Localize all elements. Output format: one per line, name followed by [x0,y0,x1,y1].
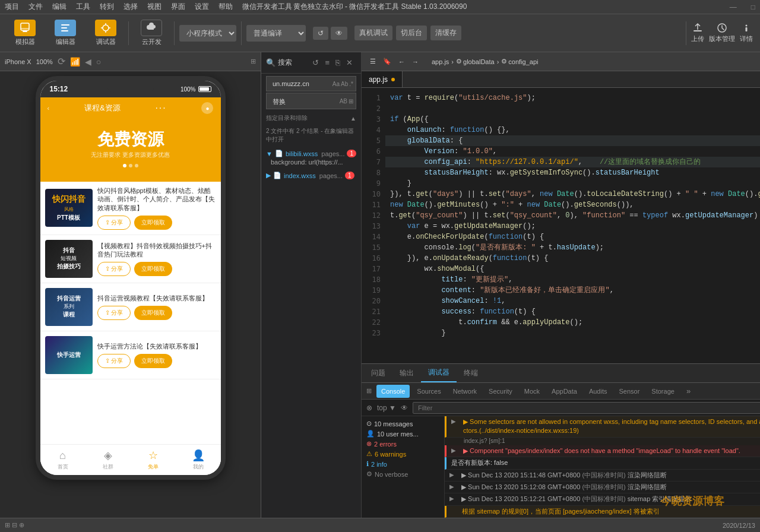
subtab-sources[interactable]: Sources [412,385,445,398]
subtab-console[interactable]: Console [376,385,410,398]
cat-errors[interactable]: ⊗ 2 errors [362,439,444,449]
share-btn-3[interactable]: ⇪ 分享 [97,306,131,320]
claim-btn-1[interactable]: 立即领取 [134,216,172,230]
replace-input[interactable] [269,96,338,107]
resource-info-3: 抖音运营视频教程【失效请联系客服】 ⇪ 分享 立即领取 [97,294,216,320]
line-23: } [385,328,760,338]
rotate-icon[interactable]: ⟳ [58,56,65,67]
window-minimize[interactable]: — [730,3,737,11]
subtab-appdata[interactable]: AppData [547,385,582,398]
expand-5[interactable]: ▶ [449,483,454,491]
menu-select[interactable]: 选择 [124,2,138,12]
home-icon[interactable]: ○ [96,57,101,66]
clear-cache-btn[interactable]: 清缓存 [430,26,461,40]
cloud-btn[interactable]: 云开发 [134,17,169,49]
nav-back-icon[interactable]: ← [397,57,406,66]
menu-help[interactable]: 帮助 [218,2,233,12]
real-device-btn[interactable]: 真机调试 [354,26,392,40]
hero-dots [123,164,138,167]
menu-edit[interactable]: 编辑 [52,2,66,12]
toggle-sidebar-icon[interactable]: ☰ [369,56,377,66]
line-2 [385,103,760,114]
tab-terminal[interactable]: 终端 [457,364,485,382]
subtab-more[interactable]: » [682,385,695,398]
claim-btn-2[interactable]: 立即领取 [134,262,172,276]
cut-log-btn[interactable]: 切后台 [396,26,427,40]
dir-label[interactable]: 指定目录和排除 ▲ [266,114,356,122]
menu-tools[interactable]: 工具 [76,2,90,12]
tab-debugger[interactable]: 调试器 [421,364,457,382]
code-scroll[interactable]: 12345 678910 1112131415 1617181920 21222… [362,88,760,363]
copy-icon[interactable]: ⎘ [334,57,341,68]
detail-btn[interactable]: 详情 [740,23,753,43]
tab-appjs[interactable]: app.js [362,71,403,87]
console-clear-icon[interactable]: ⊗ [366,404,372,412]
menu-view[interactable]: 视图 [147,2,162,12]
expand-6[interactable]: ▶ [449,495,454,503]
tab-problems[interactable]: 问题 [364,364,392,382]
nav-forward-icon[interactable]: → [411,57,420,66]
share-btn-4[interactable]: ⇪ 分享 [97,354,131,368]
console-eye-icon[interactable]: 👁 [401,404,408,412]
cat-info[interactable]: ℹ 2 info [362,459,444,469]
nav-home[interactable]: ⌂ 首页 [40,445,86,475]
collapse-icon[interactable]: ≡ [324,57,331,68]
mode-selector[interactable]: 小程序模式 插件模式 [179,25,236,42]
refresh-btn[interactable]: ↺ [313,27,328,40]
console-top-icon[interactable]: top ▼ [377,404,396,412]
compile-selector[interactable]: 普通编译 条件编译 [246,25,306,42]
expand-1[interactable]: ▶ [451,417,456,426]
cat-verbose[interactable]: ⚙ No verbose [362,469,444,479]
menu-project[interactable]: 项目 [5,2,19,12]
subtab-sensor[interactable]: Sensor [614,385,644,398]
cat-10-messages[interactable]: ⊙ 10 messages [362,419,444,429]
share-btn-1[interactable]: ⇪ 分享 [97,216,131,230]
file1-match[interactable]: background: url(https://... [266,157,356,167]
hero-sub: 无注册要求 更多资源更多优惠 [91,151,170,159]
search-input[interactable] [269,78,331,90]
menu-goto[interactable]: 转到 [100,2,114,12]
search-result-summary: 2 文件中有 2 个结果 - 在象编辑器中打开 [261,125,361,146]
clear-icon[interactable]: ✕ [345,57,354,68]
file2-name[interactable]: ▶ 📄 index.wxss pages... 1 [266,172,356,179]
code-lines[interactable]: var t = require("utils/cache.js"); if (A… [385,88,760,363]
menu-wechat-tools[interactable]: 微信开发者工具 [242,2,292,12]
back-icon[interactable]: ◀ [85,57,91,66]
replace-all-icon[interactable]: ⊞ [349,98,353,104]
expand-2[interactable]: ▶ [451,446,456,455]
subtab-storage[interactable]: Storage [647,385,679,398]
window-maximize[interactable]: □ [751,3,755,11]
subtab-mock[interactable]: Mock [520,385,544,398]
simulator-btn[interactable]: 模拟器 [7,17,43,49]
cat-warnings[interactable]: ⚠ 6 warnings [362,449,444,459]
cat-10-user-messages[interactable]: 👤 10 user mes... [362,429,444,439]
subtab-audits[interactable]: Audits [584,385,612,398]
preview-btn[interactable]: 👁 [331,27,347,40]
msg-1-sub: index.js? [sm]:1 [445,438,760,445]
nav-mine[interactable]: 👤 我的 [176,445,221,475]
subtab-network[interactable]: Network [448,385,482,398]
claim-btn-3[interactable]: 立即领取 [134,306,172,320]
menu-interface[interactable]: 界面 [171,2,185,12]
menu-settings[interactable]: 设置 [195,2,209,12]
file1-name[interactable]: ▼ 📄 bilibili.wxss pages... 1 [266,150,356,157]
console-subtab-bar: ⊞ Console Sources Network Security Mock … [362,383,760,400]
record-btn[interactable]: ● [201,102,213,114]
refresh-icon[interactable]: ↺ [311,57,320,68]
tab-output[interactable]: 输出 [392,364,421,382]
bookmark-icon[interactable]: 🔖 [382,56,392,66]
claim-btn-4[interactable]: 立即领取 [134,354,172,368]
debugger-btn[interactable]: 调试器 [88,17,124,49]
console-filter-input[interactable] [413,402,760,414]
nav-group[interactable]: ◈ 社群 [86,445,131,475]
more-dots[interactable]: ··· [155,103,166,113]
share-btn-2[interactable]: ⇪ 分享 [97,262,131,276]
menu-file[interactable]: 文件 [28,2,43,12]
version-btn[interactable]: 版本管理 [709,23,735,43]
subtab-security[interactable]: Security [484,385,517,398]
sim-expand-icon[interactable]: ⊞ [251,58,256,65]
expand-4[interactable]: ▶ [449,471,454,479]
nav-free[interactable]: ☆ 免单 [131,445,176,475]
upload-btn[interactable]: 上传 [691,23,704,43]
editor-btn[interactable]: 编辑器 [48,17,83,49]
